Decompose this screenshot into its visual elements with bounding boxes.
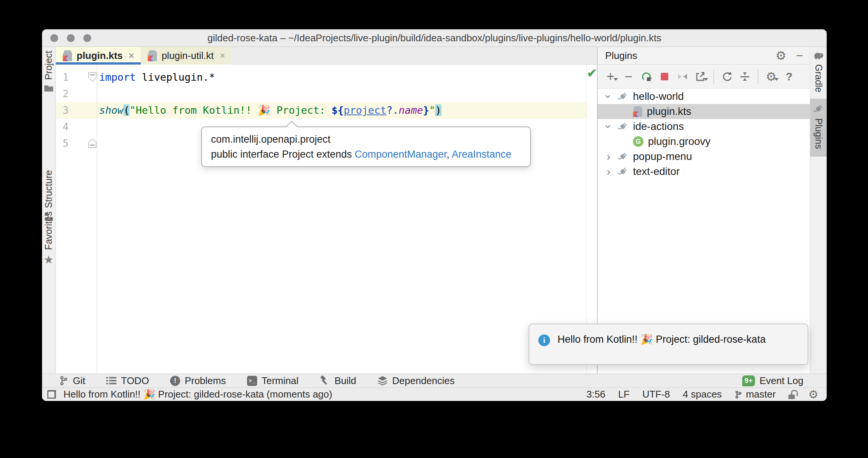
- gradle-elephant-icon: [812, 51, 824, 60]
- plugins-toolbar: + − ⚙: [598, 65, 810, 89]
- git-branch-icon: [59, 375, 68, 386]
- toolbar-item-dependencies[interactable]: Dependencies: [377, 375, 455, 387]
- notification-balloon[interactable]: i Hello from Kotlin!! 🎉 Project: gilded-…: [529, 324, 808, 365]
- chevron-down-icon[interactable]: ›: [602, 91, 615, 102]
- line-number: 2: [63, 86, 69, 102]
- toolbar-separator: [758, 69, 758, 84]
- indent-setting[interactable]: 4 spaces: [683, 389, 722, 400]
- toolbar-item-label: Git: [73, 375, 85, 387]
- help-button[interactable]: ?: [780, 68, 798, 85]
- toolwindow-toggle-icon[interactable]: [47, 390, 56, 399]
- fold-region-end-icon[interactable]: [88, 138, 96, 148]
- tree-item-label: ide-actions: [633, 121, 684, 133]
- toolbar-item-terminal[interactable]: >_ Terminal: [247, 375, 298, 387]
- toolbar-item-build[interactable]: Build: [319, 375, 356, 387]
- kotlin-file-icon: [633, 106, 642, 117]
- line-separator[interactable]: LF: [618, 389, 630, 400]
- gear-icon[interactable]: ⚙: [808, 389, 818, 400]
- plugins-panel-title: Plugins: [605, 50, 637, 62]
- code-line-2: 2: [56, 86, 586, 102]
- inspections-ok-icon: ✔: [587, 66, 597, 80]
- tree-item-plugin-kts[interactable]: plugin.kts: [598, 104, 810, 119]
- sidebar-item-gradle[interactable]: Gradle: [810, 47, 827, 96]
- chevron-down-icon[interactable]: ›: [602, 121, 615, 132]
- build-hammer-icon: [319, 375, 330, 386]
- tooltip-decl-text: public interface Project extends: [211, 149, 355, 160]
- minus-icon: −: [624, 70, 632, 83]
- branch-name: master: [746, 389, 776, 400]
- diff-icon: [677, 71, 688, 82]
- tree-item-text-editor[interactable]: › text-editor: [598, 164, 810, 179]
- tree-item-plugin-groovy[interactable]: G plugin.groovy: [598, 134, 810, 149]
- stop-plugin-button[interactable]: [656, 68, 674, 85]
- tree-item-popup-menu[interactable]: › popup-menu: [598, 149, 810, 164]
- toolbar-item-label: Dependencies: [392, 375, 455, 387]
- interpolation-token: }: [423, 104, 429, 116]
- toolwindow-settings-icon[interactable]: ⚙: [776, 50, 787, 62]
- groovy-file-icon: G: [633, 136, 643, 147]
- tree-item-label: text-editor: [633, 166, 680, 178]
- sidebar-item-favorites[interactable]: Favorites ★: [42, 211, 55, 265]
- unlocked-icon[interactable]: [788, 390, 796, 399]
- add-plugin-button[interactable]: +: [601, 68, 619, 85]
- tooltip-package: com.intellij.openapi.project: [211, 132, 521, 147]
- event-log-button[interactable]: 9+ Event Log: [742, 375, 803, 387]
- toolwindow-bar: Git TODO ! Problems >_ Terminal Build De…: [42, 374, 827, 387]
- sidebar-item-plugins[interactable]: Plugins: [810, 99, 827, 157]
- chevron-right-icon[interactable]: ›: [603, 165, 614, 178]
- info-icon: i: [538, 334, 550, 346]
- sidebar-item-project[interactable]: Project: [42, 51, 55, 92]
- toolbar-item-git[interactable]: Git: [59, 375, 85, 387]
- caret-position[interactable]: 3:56: [586, 389, 606, 400]
- toolbar-item-label: TODO: [121, 375, 149, 387]
- fold-region-start-icon[interactable]: [88, 72, 96, 82]
- unload-plugin-button[interactable]: [692, 68, 710, 85]
- event-log-badge-icon: 9+: [742, 375, 755, 386]
- gear-icon: ⚙: [766, 71, 777, 83]
- project-reference-link[interactable]: project: [344, 104, 386, 116]
- hide-toolwindow-icon[interactable]: −: [796, 50, 803, 62]
- problems-icon: !: [170, 376, 180, 386]
- tree-item-hello-world[interactable]: › hello-world: [598, 89, 810, 104]
- tree-item-label: hello-world: [633, 90, 684, 102]
- diff-button[interactable]: [674, 68, 692, 85]
- toolbar-item-todo[interactable]: TODO: [106, 375, 149, 387]
- chevron-right-icon[interactable]: ›: [603, 150, 614, 163]
- terminal-icon: >_: [247, 376, 257, 386]
- external-link-icon: [695, 71, 706, 82]
- close-tab-icon[interactable]: ×: [220, 50, 225, 61]
- refresh-plugins-button[interactable]: [718, 68, 736, 85]
- status-message[interactable]: Hello from Kotlin!! 🎉 Project: gilded-ro…: [63, 389, 332, 400]
- toolbar-item-label: Build: [335, 375, 356, 387]
- toolbar-item-problems[interactable]: ! Problems: [170, 375, 226, 387]
- rerun-icon: [640, 71, 653, 83]
- toolbar-separator: [713, 69, 714, 84]
- keyword-token: import: [99, 71, 136, 83]
- tab-plugin-kts[interactable]: plugin.kts ×: [56, 47, 141, 65]
- dependencies-layers-icon: [377, 375, 388, 386]
- plugins-stripe-label: Plugins: [813, 118, 824, 149]
- code-line-3: 3show("Hello from Kotlin!! 🎉 Project: ${…: [56, 102, 586, 119]
- remove-plugin-button[interactable]: −: [619, 68, 637, 85]
- component-manager-link[interactable]: ComponentManager: [355, 149, 447, 160]
- code-editor[interactable]: 1import liveplugin.* 2 3show("Hello from…: [56, 65, 597, 374]
- kotlin-file-icon: [63, 50, 72, 61]
- area-instance-link[interactable]: AreaInstance: [452, 149, 511, 160]
- line-number: 4: [63, 119, 69, 135]
- safe-call-token: ?.: [386, 104, 399, 116]
- right-toolwindow-stripe: Gradle Plugins: [810, 47, 827, 374]
- left-toolwindow-stripe: Project Structure Favorites ★: [42, 47, 56, 374]
- tab-plugin-util-kt[interactable]: plugin-util.kt ×: [141, 47, 232, 65]
- refresh-icon: [721, 71, 732, 82]
- close-tab-icon[interactable]: ×: [129, 50, 134, 61]
- window-title: gilded-rose-kata – ~/IdeaProjects/live-p…: [42, 29, 827, 47]
- run-plugin-button[interactable]: [637, 68, 656, 85]
- plugin-icon: [813, 103, 824, 114]
- git-branch-widget[interactable]: master: [735, 389, 776, 400]
- plugin-icon: [617, 151, 628, 162]
- tree-item-ide-actions[interactable]: › ide-actions: [598, 119, 810, 134]
- plugins-settings-button[interactable]: ⚙: [762, 68, 780, 85]
- string-token: ": [130, 104, 136, 116]
- collapse-all-button[interactable]: [736, 68, 754, 85]
- file-encoding[interactable]: UTF-8: [642, 389, 670, 400]
